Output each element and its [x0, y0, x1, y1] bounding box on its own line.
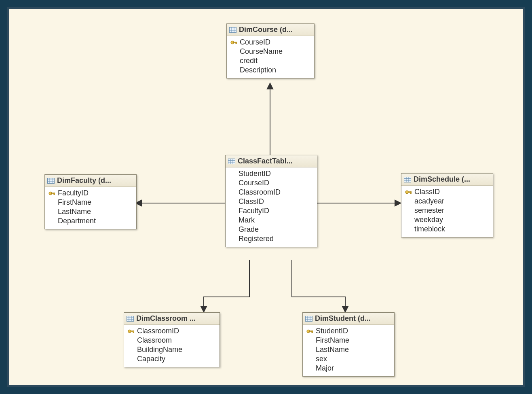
key-slot [229, 208, 236, 214]
table-column[interactable]: ClassroomID [227, 188, 315, 197]
table-column[interactable]: sex [304, 354, 392, 364]
column-name: CourseID [240, 38, 310, 47]
diagram-canvas[interactable]: DimCourse (d... CourseID CourseName cred… [9, 9, 523, 385]
svg-rect-21 [404, 177, 411, 182]
key-slot [229, 217, 236, 224]
svg-rect-37 [306, 316, 312, 321]
table-column[interactable]: CourseName [228, 47, 312, 56]
key-slot [405, 217, 412, 223]
svg-rect-0 [230, 27, 236, 32]
svg-rect-28 [410, 191, 411, 193]
table-column[interactable]: LastName [46, 207, 134, 216]
column-name: timeblock [414, 225, 489, 233]
table-column[interactable]: LastName [304, 345, 392, 354]
table-column[interactable]: StudentID [227, 169, 315, 178]
table-column[interactable]: BuildingName [126, 345, 217, 354]
key-slot [127, 347, 135, 353]
column-list: FacultyID FirstName LastName Department [45, 187, 136, 229]
table-header[interactable]: DimCourse (d... [227, 24, 314, 36]
column-name: sex [316, 355, 390, 363]
table-column[interactable]: ClassID [227, 197, 315, 206]
table-column[interactable]: Department [46, 216, 134, 226]
table-column[interactable]: FacultyID [227, 206, 315, 216]
table-dim-student[interactable]: DimStudent (d... StudentID FirstName Las… [302, 312, 395, 377]
key-slot [405, 226, 412, 233]
svg-rect-8 [48, 178, 55, 183]
column-list: ClassroomID Classroom BuildingName Capac… [124, 325, 220, 367]
table-column[interactable]: Description [228, 66, 312, 75]
key-slot [229, 227, 236, 233]
table-column[interactable]: weekday [403, 215, 490, 225]
table-grid-icon [229, 27, 236, 33]
key-slot [127, 337, 135, 344]
table-column[interactable]: Capacity [126, 354, 217, 364]
column-list: CourseID CourseName credit Description [227, 36, 314, 78]
table-column[interactable]: Classroom [126, 336, 217, 345]
key-slot [229, 236, 236, 242]
table-column[interactable]: StudentID [304, 326, 392, 336]
table-dim-classroom[interactable]: DimClassroom ... ClassroomID Classroom B… [124, 312, 220, 367]
table-column[interactable]: Major [304, 364, 392, 373]
table-column[interactable]: FirstName [304, 336, 392, 345]
table-class-fact[interactable]: ClassFactTabl... StudentID CourseID Clas… [225, 155, 317, 247]
table-column[interactable]: FirstName [46, 198, 134, 207]
column-list: ClassID acadyear semester weekday timebl… [401, 186, 493, 237]
table-header[interactable]: DimStudent (d... [303, 313, 394, 325]
column-name: BuildingName [137, 345, 215, 354]
table-column[interactable]: Grade [227, 225, 315, 234]
key-slot [229, 180, 236, 186]
table-column[interactable]: FacultyID [46, 189, 134, 198]
table-dim-schedule[interactable]: DimSchedule (... ClassID acadyear semest… [401, 173, 493, 237]
key-slot [229, 189, 236, 196]
column-name: Major [316, 364, 390, 373]
table-column[interactable]: semester [403, 206, 490, 215]
table-header[interactable]: DimClassroom ... [124, 313, 220, 325]
table-column[interactable]: timeblock [403, 225, 490, 234]
table-header[interactable]: DimSchedule (... [401, 174, 493, 186]
svg-rect-16 [228, 159, 235, 164]
table-header[interactable]: DimFaculty (d... [45, 175, 136, 187]
column-name: ClassroomID [137, 327, 215, 335]
table-column[interactable]: acadyear [403, 197, 490, 206]
key-slot [306, 365, 313, 372]
table-header[interactable]: ClassFactTabl... [226, 155, 317, 167]
column-name: Mark [239, 216, 313, 225]
table-column[interactable]: Registered [227, 234, 315, 244]
key-slot [229, 171, 236, 177]
table-column[interactable]: ClassroomID [126, 326, 217, 336]
table-title: DimFaculty (d... [57, 176, 111, 185]
column-name: Department [58, 217, 132, 225]
key-slot [306, 347, 313, 353]
key-slot [230, 67, 237, 74]
svg-rect-7 [236, 42, 236, 44]
table-grid-icon [305, 316, 312, 322]
table-column[interactable]: CourseID [228, 38, 312, 47]
column-name: FirstName [58, 198, 132, 207]
table-dim-faculty[interactable]: DimFaculty (d... FacultyID FirstName Las… [44, 174, 137, 229]
key-slot [405, 198, 412, 205]
key-slot [230, 58, 237, 64]
table-column[interactable]: ClassID [403, 187, 490, 197]
table-column[interactable]: CourseID [227, 178, 315, 188]
svg-rect-44 [312, 330, 312, 333]
table-title: DimSchedule (... [414, 175, 470, 184]
column-list: StudentID FirstName LastName sex Major [303, 325, 394, 376]
table-column[interactable]: Mark [227, 216, 315, 225]
table-grid-icon [127, 316, 134, 322]
table-column[interactable]: credit [228, 56, 312, 66]
table-title: DimStudent (d... [315, 314, 371, 323]
column-name: Grade [239, 225, 313, 234]
column-name: Description [240, 66, 310, 74]
table-dim-course[interactable]: DimCourse (d... CourseID CourseName cred… [226, 23, 315, 78]
rel-fact-student [292, 260, 345, 311]
column-name: Capacity [137, 355, 215, 363]
column-name: Classroom [137, 336, 215, 345]
key-icon [306, 328, 313, 335]
key-slot [48, 218, 55, 225]
svg-rect-36 [133, 330, 134, 333]
column-name: acadyear [414, 197, 489, 205]
svg-rect-15 [54, 193, 55, 195]
key-slot [48, 199, 55, 206]
key-slot [306, 356, 313, 362]
column-name: LastName [316, 345, 390, 354]
